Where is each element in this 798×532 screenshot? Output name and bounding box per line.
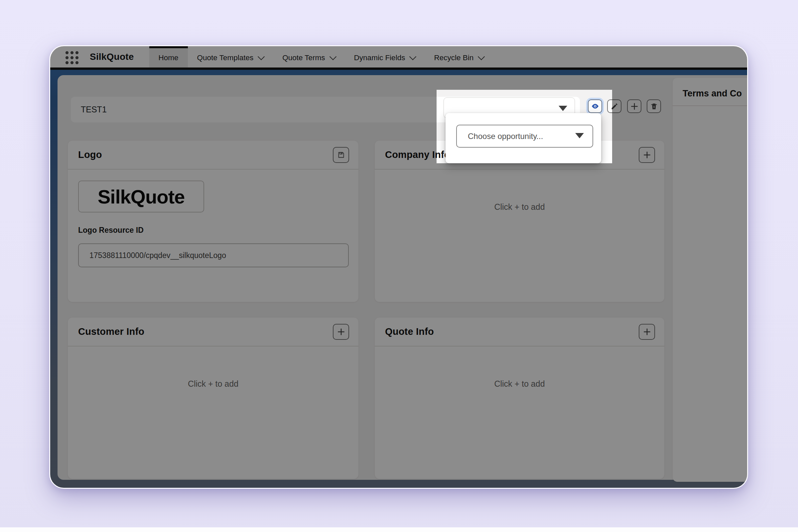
quote-info-card: Quote Info Click + to add — [375, 318, 664, 479]
plus-icon — [337, 327, 345, 336]
nav-tab-home[interactable]: Home — [149, 46, 188, 68]
customer-card-header: Customer Info — [68, 318, 358, 346]
logo-card-body: SilkQuote Logo Resource ID — [68, 170, 358, 267]
dropdown-arrow-icon — [575, 133, 584, 138]
app-brand: SilkQuote — [90, 52, 134, 62]
company-info-card: Company Info Click + to add — [375, 141, 664, 302]
eye-icon — [590, 102, 600, 110]
quote-empty-hint: Click + to add — [375, 346, 664, 389]
trash-icon — [650, 102, 658, 110]
add-customer-field-button[interactable] — [333, 324, 349, 340]
chevron-down-icon[interactable] — [478, 53, 485, 60]
customer-card-title: Customer Info — [78, 326, 144, 337]
quote-card-title: Quote Info — [385, 326, 434, 337]
app-launcher-icon[interactable] — [64, 50, 79, 65]
sidebar-divider — [673, 106, 748, 106]
opportunity-popup: Choose opportunity... — [445, 113, 601, 163]
nav-tab-quote-templates[interactable]: Quote Templates — [188, 46, 273, 68]
preview-button[interactable] — [588, 99, 602, 113]
logo-image: SilkQuote — [78, 180, 204, 212]
add-quote-field-button[interactable] — [639, 324, 655, 340]
choose-opportunity-placeholder: Choose opportunity... — [468, 132, 543, 141]
add-company-field-button[interactable] — [639, 147, 655, 163]
logo-card-header: Logo — [68, 141, 358, 170]
customer-empty-hint: Click + to add — [68, 346, 358, 389]
pencil-icon — [610, 102, 619, 110]
top-navigation-bar: SilkQuote Home Quote Templates Quote Ter… — [50, 46, 747, 68]
company-empty-hint: Click + to add — [375, 170, 664, 212]
app-window: SilkQuote Home Quote Templates Quote Ter… — [49, 45, 748, 489]
save-logo-button[interactable] — [333, 147, 349, 163]
edit-button[interactable] — [607, 99, 622, 113]
nav-tab-recycle-bin[interactable]: Recycle Bin — [424, 46, 493, 68]
plus-icon — [643, 327, 651, 336]
nav-underline — [50, 68, 747, 70]
customer-info-card: Customer Info Click + to add — [68, 318, 358, 479]
nav-tabs: Home Quote Templates Quote Terms Dynamic… — [149, 46, 493, 68]
add-button[interactable] — [627, 99, 641, 113]
company-card-title: Company Info — [385, 149, 450, 160]
chevron-down-icon[interactable] — [258, 53, 265, 60]
nav-tab-dynamic-fields[interactable]: Dynamic Fields — [345, 46, 425, 68]
chevron-down-icon[interactable] — [409, 53, 416, 60]
logo-resource-label: Logo Resource ID — [78, 226, 348, 235]
plus-icon — [643, 151, 651, 159]
plus-icon — [630, 102, 639, 111]
nav-tab-quote-terms[interactable]: Quote Terms — [273, 46, 344, 68]
logo-card: Logo SilkQuote Logo Resource ID — [68, 141, 358, 302]
page-bottom-strip — [0, 527, 798, 532]
choose-opportunity-select[interactable]: Choose opportunity... — [456, 125, 593, 148]
quote-card-header: Quote Info — [375, 318, 664, 346]
logo-card-title: Logo — [78, 149, 102, 160]
sidebar-title: Terms and Co — [673, 78, 748, 99]
delete-button[interactable] — [647, 99, 661, 113]
save-icon — [337, 151, 345, 159]
terms-sidebar: Terms and Co — [673, 78, 748, 482]
dropdown-arrow-icon — [558, 106, 567, 111]
logo-resource-input[interactable] — [78, 243, 349, 267]
chevron-down-icon[interactable] — [329, 53, 337, 60]
